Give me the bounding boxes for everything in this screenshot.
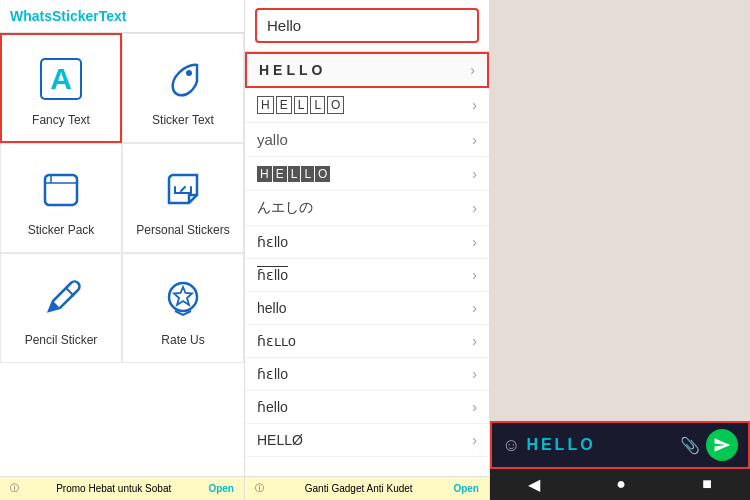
ad-info-icon: ⓘ bbox=[10, 482, 19, 495]
result-item-helo4[interactable]: ɦɛʟʟo › bbox=[245, 325, 489, 358]
grid-item-pencil-sticker[interactable]: Pencil Sticker bbox=[0, 253, 122, 363]
send-icon bbox=[713, 436, 731, 454]
result-helo5-text: ɦɛllo bbox=[257, 366, 468, 382]
grid-items: A Fancy Text Sticker Text bbox=[0, 33, 244, 363]
middle-panel: HELLO › HELLO › yallo › HELLO › bbox=[245, 0, 490, 500]
result-fancy-text: HELLO bbox=[259, 62, 466, 78]
result-item-helo1[interactable]: ɦɛllo › bbox=[245, 226, 489, 259]
ad-banner-left: ⓘ Promo Hebat untuk Sobat Open bbox=[0, 476, 244, 500]
result-chevron-4: › bbox=[472, 166, 477, 182]
pencil-sticker-icon-wrap bbox=[35, 273, 87, 325]
search-bar bbox=[245, 0, 489, 52]
nav-back-icon[interactable]: ◀ bbox=[528, 475, 540, 494]
left-panel: WhatsStickerText A Fancy Text Sticker Te… bbox=[0, 0, 245, 500]
result-yallo-text: yallo bbox=[257, 131, 468, 148]
result-item-helo2[interactable]: ɦɛllo › bbox=[245, 259, 489, 292]
nav-bar: ◀ ● ■ bbox=[490, 469, 750, 500]
svg-point-2 bbox=[186, 70, 192, 76]
ad-text-left: Promo Hebat untuk Sobat bbox=[56, 483, 171, 494]
grid-item-rate-us[interactable]: Rate Us bbox=[122, 253, 244, 363]
sticker-pack-icon bbox=[37, 165, 85, 213]
result-item-fancy[interactable]: HELLO › bbox=[245, 52, 489, 88]
sticker-text-icon-wrap bbox=[157, 53, 209, 105]
result-item-hello7[interactable]: HELLØ › bbox=[245, 424, 489, 457]
result-chevron-9: › bbox=[472, 333, 477, 349]
grid-item-fancy-text[interactable]: A Fancy Text bbox=[0, 33, 122, 143]
app-header: WhatsStickerText bbox=[0, 0, 244, 33]
nav-home-icon[interactable]: ● bbox=[616, 475, 626, 494]
result-chevron-7: › bbox=[472, 267, 477, 283]
result-chevron-10: › bbox=[472, 366, 477, 382]
result-chevron-2: › bbox=[472, 97, 477, 113]
rate-us-icon bbox=[159, 275, 207, 323]
nav-recents-icon[interactable]: ■ bbox=[702, 475, 712, 494]
result-chevron-11: › bbox=[472, 399, 477, 415]
rate-us-label: Rate Us bbox=[161, 333, 204, 347]
emoji-icon[interactable]: ☺ bbox=[502, 435, 520, 456]
result-chevron-12: › bbox=[472, 432, 477, 448]
attach-icon[interactable]: 📎 bbox=[680, 436, 700, 455]
personal-stickers-icon-wrap bbox=[157, 163, 209, 215]
result-chevron-1: › bbox=[470, 62, 475, 78]
result-helo4-text: ɦɛʟʟo bbox=[257, 333, 468, 349]
result-item-yallo[interactable]: yallo › bbox=[245, 123, 489, 157]
svg-text:A: A bbox=[50, 62, 72, 95]
fancy-text-icon: A bbox=[37, 55, 85, 103]
pencil-sticker-label: Pencil Sticker bbox=[25, 333, 98, 347]
result-item-helo6[interactable]: ɦello › bbox=[245, 391, 489, 424]
result-hello7-text: HELLØ bbox=[257, 432, 468, 448]
grid-item-sticker-text[interactable]: Sticker Text bbox=[122, 33, 244, 143]
sticker-text-label: Sticker Text bbox=[152, 113, 214, 127]
sticker-pack-label: Sticker Pack bbox=[28, 223, 95, 237]
personal-stickers-label: Personal Stickers bbox=[136, 223, 229, 237]
result-japanese-text: んエしの bbox=[257, 199, 468, 217]
personal-stickers-icon bbox=[159, 165, 207, 213]
ad-open-middle[interactable]: Open bbox=[453, 483, 479, 494]
result-item-japanese[interactable]: んエしの › bbox=[245, 191, 489, 226]
result-chevron-5: › bbox=[472, 200, 477, 216]
sticker-pack-icon-wrap bbox=[35, 163, 87, 215]
result-helo6-text: ɦello bbox=[257, 399, 468, 415]
grid-item-personal-stickers[interactable]: Personal Stickers bbox=[122, 143, 244, 253]
right-panel: ☺ HELLO 📎 ◀ ● ■ bbox=[490, 0, 750, 500]
result-item-hello3[interactable]: hello › bbox=[245, 292, 489, 325]
hello-text-preview: HELLO bbox=[526, 436, 674, 454]
result-chevron-3: › bbox=[472, 132, 477, 148]
ad-text-middle: Ganti Gadget Anti Kudet bbox=[305, 483, 413, 494]
result-hello3-text: hello bbox=[257, 300, 468, 316]
result-helo2-text: ɦɛllo bbox=[257, 267, 468, 283]
pencil-sticker-icon bbox=[37, 275, 85, 323]
result-item-helo5[interactable]: ɦɛllo › bbox=[245, 358, 489, 391]
chat-area bbox=[490, 0, 750, 421]
sticker-text-icon bbox=[159, 55, 207, 103]
ad-info-icon-mid: ⓘ bbox=[255, 482, 264, 495]
result-chevron-6: › bbox=[472, 234, 477, 250]
grid-item-sticker-pack[interactable]: Sticker Pack bbox=[0, 143, 122, 253]
ad-open-left[interactable]: Open bbox=[208, 483, 234, 494]
bottom-bar: ☺ HELLO 📎 bbox=[490, 421, 750, 469]
app-title: WhatsStickerText bbox=[10, 8, 126, 24]
search-input[interactable] bbox=[255, 8, 479, 43]
rate-us-icon-wrap bbox=[157, 273, 209, 325]
result-item-darkbox[interactable]: HELLO › bbox=[245, 157, 489, 191]
result-chevron-8: › bbox=[472, 300, 477, 316]
result-helo1-text: ɦɛllo bbox=[257, 234, 468, 250]
result-darkbox-text: HELLO bbox=[257, 165, 468, 182]
result-boxed-text: HELLO bbox=[257, 96, 468, 114]
send-button[interactable] bbox=[706, 429, 738, 461]
result-item-boxed[interactable]: HELLO › bbox=[245, 88, 489, 123]
fancy-text-icon-wrap: A bbox=[35, 53, 87, 105]
result-list: HELLO › HELLO › yallo › HELLO › bbox=[245, 52, 489, 476]
ad-banner-middle: ⓘ Ganti Gadget Anti Kudet Open bbox=[245, 476, 489, 500]
fancy-text-label: Fancy Text bbox=[32, 113, 90, 127]
